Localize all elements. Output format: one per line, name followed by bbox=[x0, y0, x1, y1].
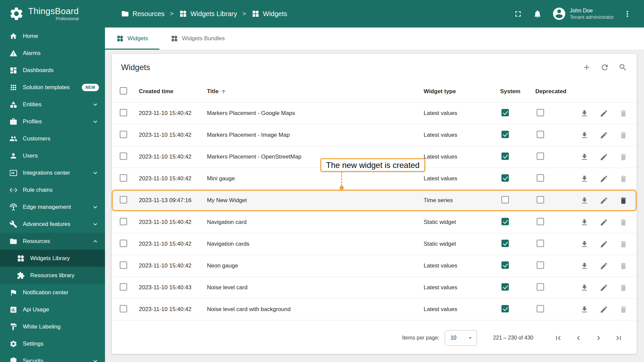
sidebar-item-white-labeling[interactable]: White Labeling bbox=[0, 318, 105, 335]
deprecated-checkbox bbox=[537, 240, 544, 247]
delete-widget-button[interactable] bbox=[616, 258, 631, 273]
edit-widget-button[interactable] bbox=[596, 193, 611, 208]
table-row[interactable]: 2023-11-10 15:40:42 Navigation cards Sta… bbox=[112, 233, 637, 255]
sidebar-item-alarms[interactable]: Alarms bbox=[0, 45, 105, 62]
delete-widget-button[interactable] bbox=[616, 128, 631, 142]
sidebar-item-users[interactable]: Users bbox=[0, 147, 105, 164]
row-select-checkbox[interactable] bbox=[120, 218, 127, 225]
column-header-created-time[interactable]: Created time bbox=[139, 88, 207, 95]
edit-widget-button[interactable] bbox=[596, 128, 611, 142]
download-widget-button[interactable] bbox=[577, 193, 592, 208]
breadcrumb-item-widgets[interactable]: Widgets bbox=[252, 10, 287, 18]
download-widget-button[interactable] bbox=[577, 149, 592, 164]
delete-widget-button[interactable] bbox=[616, 215, 631, 230]
delete-widget-button[interactable] bbox=[616, 237, 631, 251]
sidebar-item-solution-templates[interactable]: Solution templates NEW bbox=[0, 79, 105, 96]
created-time-cell: 2023-11-10 15:40:42 bbox=[139, 306, 207, 313]
edit-widget-button[interactable] bbox=[596, 302, 611, 317]
download-widget-button[interactable] bbox=[577, 171, 592, 186]
widget-type-cell: Latest values bbox=[424, 175, 500, 182]
sidebar-item-rule-chains[interactable]: Rule chains bbox=[0, 181, 105, 198]
fullscreen-button[interactable] bbox=[510, 6, 526, 22]
table-row[interactable]: 2023-11-10 15:40:42 Mini gauge Latest va… bbox=[112, 168, 637, 190]
row-select-checkbox[interactable] bbox=[120, 283, 127, 291]
edit-widget-button[interactable] bbox=[596, 149, 611, 164]
row-select-checkbox[interactable] bbox=[120, 196, 127, 203]
first-page-button[interactable] bbox=[551, 330, 566, 345]
edit-widget-button[interactable] bbox=[596, 215, 611, 230]
more-menu-button[interactable] bbox=[619, 6, 635, 22]
column-header-system[interactable]: System bbox=[500, 88, 535, 95]
download-widget-button[interactable] bbox=[577, 302, 592, 317]
column-header-title[interactable]: Title bbox=[207, 88, 424, 95]
last-page-button[interactable] bbox=[611, 330, 626, 345]
tab-widgets[interactable]: Widgets bbox=[105, 27, 159, 50]
table-row[interactable]: 2023-11-10 15:40:42 Markers Placement - … bbox=[112, 103, 637, 124]
created-time-cell: 2023-11-10 15:40:43 bbox=[139, 284, 207, 291]
row-select-checkbox[interactable] bbox=[120, 305, 127, 312]
sidebar-item-edge-management[interactable]: Edge management bbox=[0, 198, 105, 216]
row-select-checkbox[interactable] bbox=[120, 261, 127, 269]
breadcrumb-item-resources[interactable]: Resources bbox=[121, 10, 165, 18]
select-all-checkbox[interactable] bbox=[120, 87, 127, 95]
table-row[interactable]: 2023-11-10 15:40:42 Navigation card Stat… bbox=[112, 212, 637, 233]
previous-page-button[interactable] bbox=[571, 330, 586, 345]
add-widget-button[interactable] bbox=[579, 60, 594, 75]
sidebar-item-security[interactable]: Security bbox=[0, 352, 105, 362]
sidebar-item-widgets-library[interactable]: Widgets Library bbox=[0, 250, 105, 267]
edit-widget-button[interactable] bbox=[596, 106, 611, 121]
row-select-checkbox[interactable] bbox=[120, 240, 127, 247]
edit-widget-button[interactable] bbox=[596, 258, 611, 273]
delete-widget-button[interactable] bbox=[616, 106, 631, 121]
table-row[interactable]: 2023-11-10 15:40:43 Noise level card Lat… bbox=[112, 277, 637, 299]
row-select-checkbox[interactable] bbox=[120, 174, 127, 182]
sidebar-item-settings[interactable]: Settings bbox=[0, 335, 105, 352]
sidebar-item-integrations-center[interactable]: Integrations center bbox=[0, 164, 105, 181]
sidebar-item-api-usage[interactable]: Api Usage bbox=[0, 301, 105, 318]
delete-widget-button[interactable] bbox=[616, 193, 631, 208]
breadcrumb-item-widgets-library[interactable]: Widgets Library bbox=[179, 10, 237, 18]
refresh-button[interactable] bbox=[597, 60, 612, 75]
sidebar-item-notification-center[interactable]: Notification center bbox=[0, 284, 105, 301]
row-select-checkbox[interactable] bbox=[120, 153, 127, 160]
sidebar-item-entities[interactable]: Entities bbox=[0, 96, 105, 113]
column-header-widget-type[interactable]: Widget type bbox=[424, 88, 500, 95]
table-row[interactable]: 2023-11-10 15:40:42 Markers Placement - … bbox=[112, 124, 637, 146]
sidebar-item-resources-library[interactable]: Resources library bbox=[0, 267, 105, 284]
download-widget-button[interactable] bbox=[577, 280, 592, 295]
column-header-deprecated[interactable]: Deprecated bbox=[535, 88, 574, 95]
sidebar-item-dashboards[interactable]: Dashboards bbox=[0, 62, 105, 79]
table-row[interactable]: 2023-11-10 15:40:42 Noise level card wit… bbox=[112, 299, 637, 320]
table-row[interactable]: 2023-11-13 09:47:16 My New Widget Time s… bbox=[112, 190, 637, 212]
edit-widget-button[interactable] bbox=[596, 280, 611, 295]
user-menu[interactable]: John Doe Tenant administrator bbox=[552, 6, 614, 21]
next-page-button[interactable] bbox=[591, 330, 606, 345]
download-widget-button[interactable] bbox=[577, 237, 592, 251]
notifications-button[interactable] bbox=[530, 6, 546, 22]
sidebar-item-advanced-features[interactable]: Advanced features bbox=[0, 216, 105, 233]
download-widget-button[interactable] bbox=[577, 106, 592, 121]
delete-widget-button[interactable] bbox=[616, 280, 631, 295]
delete-widget-button[interactable] bbox=[616, 149, 631, 164]
table-row[interactable]: 2023-11-10 15:40:42 Neon gauge Latest va… bbox=[112, 255, 637, 277]
thingsboard-logo[interactable]: ThingsBoard Professional bbox=[0, 0, 105, 27]
table-row[interactable]: 2023-11-10 15:40:42 Markers Placement - … bbox=[112, 146, 637, 168]
row-select-checkbox[interactable] bbox=[120, 109, 127, 116]
tab-widgets-bundles[interactable]: Widgets Bundles bbox=[159, 27, 236, 50]
edit-widget-button[interactable] bbox=[596, 237, 611, 251]
logo-gear-icon bbox=[9, 6, 24, 21]
items-per-page-select[interactable]: 10 bbox=[445, 330, 477, 346]
sidebar-item-home[interactable]: Home bbox=[0, 27, 105, 45]
sidebar-item-resources[interactable]: Resources bbox=[0, 233, 105, 250]
row-select-checkbox[interactable] bbox=[120, 131, 127, 138]
download-widget-button[interactable] bbox=[577, 258, 592, 273]
items-per-page-value: 10 bbox=[450, 335, 457, 341]
sidebar-item-customers[interactable]: Customers bbox=[0, 130, 105, 147]
sidebar-item-profiles[interactable]: Profiles bbox=[0, 113, 105, 130]
delete-widget-button[interactable] bbox=[616, 171, 631, 186]
download-widget-button[interactable] bbox=[577, 128, 592, 142]
search-button[interactable] bbox=[615, 60, 631, 75]
delete-widget-button[interactable] bbox=[616, 302, 631, 317]
download-widget-button[interactable] bbox=[577, 215, 592, 230]
edit-widget-button[interactable] bbox=[596, 171, 611, 186]
